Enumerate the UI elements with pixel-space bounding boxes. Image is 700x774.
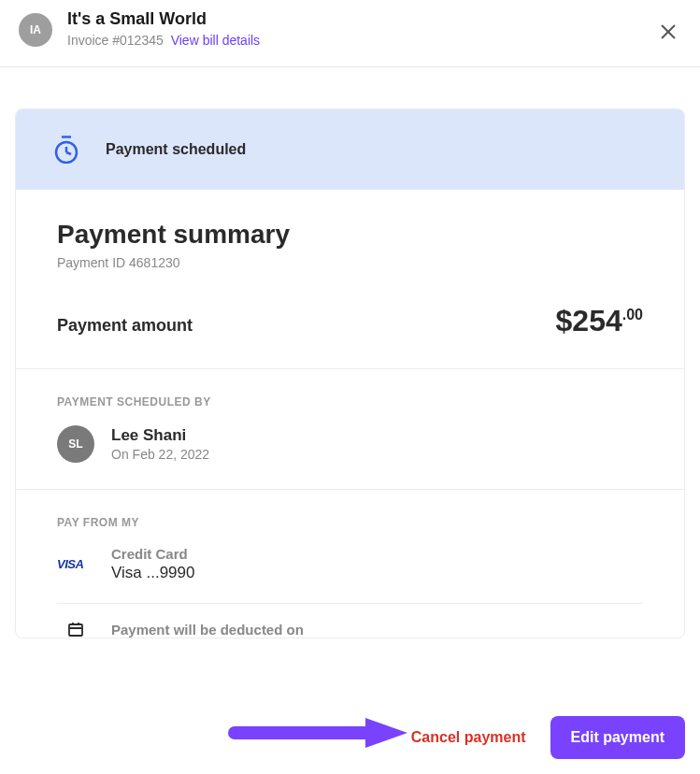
- summary-title: Payment summary: [57, 220, 643, 250]
- status-text: Payment scheduled: [106, 141, 246, 158]
- amount-label: Payment amount: [57, 316, 193, 336]
- card-text-block: Credit Card Visa ...9990: [111, 546, 194, 582]
- amount-cents: .00: [622, 307, 643, 322]
- vendor-name: It's a Small World: [67, 9, 681, 29]
- svg-line-5: [66, 152, 71, 154]
- cancel-payment-button[interactable]: Cancel payment: [404, 718, 534, 757]
- payment-id-label: Payment ID: [57, 255, 125, 270]
- vendor-avatar: IA: [19, 13, 52, 47]
- invoice-number: 012345: [120, 33, 164, 48]
- calendar-icon: [57, 621, 94, 638]
- visa-icon: VISA: [57, 557, 94, 571]
- date-prefix: On: [111, 447, 133, 462]
- view-bill-details-link[interactable]: View bill details: [171, 33, 260, 48]
- invoice-prefix: Invoice #: [67, 33, 120, 48]
- scheduled-date: Feb 22, 2022: [133, 447, 210, 462]
- card-type: Credit Card: [111, 546, 194, 562]
- user-text-block: Lee Shani On Feb 22, 2022: [111, 426, 209, 462]
- close-icon: [659, 22, 678, 41]
- payment-card: Payment scheduled Payment summary Paymen…: [15, 108, 685, 638]
- card-number: Visa ...9990: [111, 564, 194, 582]
- deduction-label: Payment will be deducted on: [111, 622, 304, 638]
- header-text-block: It's a Small World Invoice #012345 View …: [67, 9, 681, 48]
- clock-icon: [53, 136, 79, 164]
- amount-value: $254.00: [556, 304, 643, 338]
- user-avatar: SL: [57, 425, 94, 463]
- payment-method-row: VISA Credit Card Visa ...9990: [57, 546, 643, 604]
- content-area: Payment scheduled Payment summary Paymen…: [0, 67, 700, 638]
- footer-actions: Cancel payment Edit payment: [0, 701, 700, 774]
- status-banner: Payment scheduled: [16, 109, 684, 190]
- edit-payment-button[interactable]: Edit payment: [550, 716, 685, 759]
- amount-whole: $254: [556, 304, 622, 337]
- user-date-line: On Feb 22, 2022: [111, 447, 209, 462]
- pay-from-label: PAY FROM MY: [57, 516, 643, 529]
- invoice-line: Invoice #012345 View bill details: [67, 33, 681, 48]
- scheduled-by-section: PAYMENT SCHEDULED BY SL Lee Shani On Feb…: [16, 369, 684, 490]
- close-button[interactable]: [659, 22, 678, 45]
- pay-from-section: PAY FROM MY VISA Credit Card Visa ...999…: [16, 490, 684, 638]
- svg-rect-6: [69, 624, 82, 636]
- payment-id-line: Payment ID 4681230: [57, 255, 643, 270]
- modal-header: IA It's a Small World Invoice #012345 Vi…: [0, 0, 700, 67]
- payment-summary-section: Payment summary Payment ID 4681230 Payme…: [16, 190, 684, 369]
- scheduled-by-user-row: SL Lee Shani On Feb 22, 2022: [57, 425, 643, 463]
- payment-id-value: 4681230: [129, 255, 180, 270]
- scheduled-by-label: PAYMENT SCHEDULED BY: [57, 395, 643, 408]
- deduction-date-row: Payment will be deducted on: [57, 604, 643, 638]
- user-name: Lee Shani: [111, 426, 209, 445]
- amount-row: Payment amount $254.00: [57, 304, 643, 338]
